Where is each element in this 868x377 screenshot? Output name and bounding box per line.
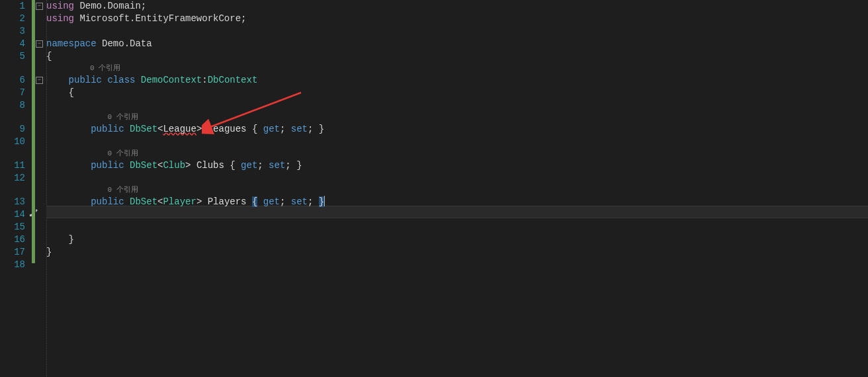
line-number: 10 <box>0 136 25 148</box>
namespace-name: Demo.Data <box>97 38 152 49</box>
fold-column: − − − <box>36 0 46 377</box>
base-class: DbContext <box>208 75 258 85</box>
class-name: DemoContext <box>135 75 202 85</box>
fold-toggle-icon[interactable]: − <box>36 77 43 84</box>
line-number: 4 <box>0 38 25 50</box>
line-number: 2 <box>0 13 25 25</box>
line-number: 14 <box>0 208 25 221</box>
line-number: 5 <box>0 50 25 63</box>
line-number: 18 <box>0 259 25 271</box>
code-editor[interactable]: 1 2 3 4 5 6 7 8 9 10 11 12 13 14 15 16 1… <box>0 0 868 377</box>
fold-toggle-icon[interactable]: − <box>36 3 43 10</box>
code-line[interactable] <box>46 25 868 38</box>
prop-clubs: Clubs <box>191 160 230 171</box>
namespace-ref: Demo.Domain <box>74 1 141 11</box>
code-line[interactable] <box>46 259 868 271</box>
changed-lines-marker <box>32 0 35 263</box>
codelens-references[interactable]: 0 个引用 <box>46 112 868 123</box>
code-line[interactable]: public DbSet<Club> Clubs { get; set; } <box>46 159 868 172</box>
code-line[interactable] <box>46 136 868 148</box>
line-number-gutter: 1 2 3 4 5 6 7 8 9 10 11 12 13 14 15 16 1… <box>0 0 32 377</box>
codelens-references[interactable]: 0 个引用 <box>46 185 868 196</box>
keyword-class: class <box>102 75 135 85</box>
namespace-ref: Microsoft.EntityFrameworkCore <box>74 13 241 24</box>
annotation-arrow-icon <box>202 89 308 142</box>
fold-toggle-icon[interactable]: − <box>36 40 43 48</box>
line-number: 7 <box>0 87 25 99</box>
code-line[interactable]: namespace Demo.Data <box>46 38 868 50</box>
keyword-public: public <box>69 75 102 85</box>
line-number: 9 <box>0 123 25 136</box>
line-number: 16 <box>0 233 25 246</box>
code-line[interactable]: using Demo.Domain; <box>46 0 868 13</box>
prop-players: Players <box>202 196 252 207</box>
line-number: 15 <box>0 221 25 233</box>
line-number: 17 <box>0 246 25 259</box>
code-line[interactable]: public class DemoContext:DbContext <box>46 74 868 87</box>
line-number: 3 <box>0 25 25 38</box>
keyword-using: using <box>46 13 74 24</box>
line-number: 6 <box>0 74 25 87</box>
type-dbset: DbSet <box>130 124 157 134</box>
type-club: Club <box>163 160 185 171</box>
code-area[interactable]: using Demo.Domain; using Microsoft.Entit… <box>46 0 868 377</box>
matching-brace-close: } <box>319 196 324 207</box>
code-line[interactable]: { <box>46 87 868 99</box>
line-number: 11 <box>0 159 25 172</box>
code-line[interactable]: { <box>46 50 868 63</box>
code-line[interactable] <box>46 221 868 233</box>
svg-line-2 <box>208 93 301 128</box>
code-line-current[interactable]: public DbSet<Player> Players { get; set;… <box>46 196 868 208</box>
line-number: 12 <box>0 172 25 185</box>
code-line[interactable]: public DbSet<League> Leagues { get; set;… <box>46 123 868 136</box>
keyword-using: using <box>46 1 74 11</box>
line-number: 13 <box>0 196 25 208</box>
code-line[interactable] <box>46 172 868 185</box>
keyword-namespace: namespace <box>46 38 97 49</box>
code-line[interactable] <box>46 208 868 221</box>
line-number: 1 <box>0 0 25 13</box>
type-league-error: League <box>163 124 196 134</box>
code-line[interactable] <box>46 99 868 112</box>
code-line[interactable]: using Microsoft.EntityFrameworkCore; <box>46 13 868 25</box>
codelens-references[interactable]: 0 个引用 <box>46 148 868 159</box>
code-line[interactable]: } <box>46 233 868 246</box>
line-number: 8 <box>0 99 25 112</box>
text-cursor <box>324 196 325 206</box>
code-line[interactable]: } <box>46 246 868 259</box>
type-player: Player <box>163 196 196 207</box>
codelens-references[interactable]: 0 个引用 <box>46 63 868 74</box>
